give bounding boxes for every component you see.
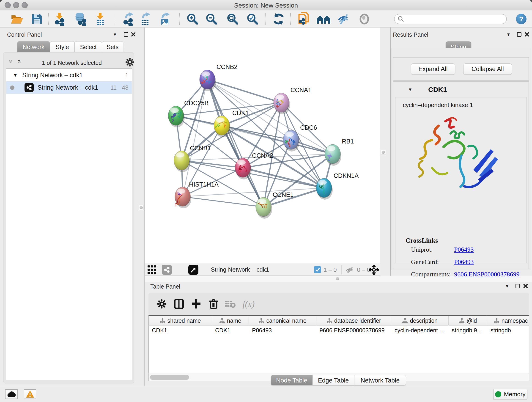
table-cell[interactable]: CDK1: [212, 326, 249, 335]
add-column-icon[interactable]: [187, 293, 205, 315]
tab-network-table[interactable]: Network Table: [354, 375, 406, 385]
left-splitter[interactable]: [138, 27, 145, 386]
pan-crosshair-icon[interactable]: [369, 265, 379, 275]
column-header-name[interactable]: name: [212, 316, 249, 325]
houses-icon[interactable]: [313, 11, 334, 27]
network-graph[interactable]: CCNB2CCNA1CDC25BCDK1CDC6RB1CCNB1CCNA2CDK…: [145, 27, 380, 264]
export-image-icon[interactable]: [155, 11, 176, 27]
zoom-in-icon[interactable]: [182, 11, 203, 27]
cloud-button[interactable]: [5, 389, 18, 399]
import-network-database-icon[interactable]: [70, 11, 91, 27]
float-panel-icon[interactable]: ▼: [113, 32, 117, 37]
first-neighbors-icon[interactable]: [293, 11, 315, 27]
import-network-file-icon[interactable]: [49, 11, 70, 27]
network-canvas[interactable]: CCNB2CCNA1CDC25BCDK1CDC6RB1CCNB1CCNA2CDK…: [145, 27, 380, 264]
zoom-fit-icon[interactable]: [222, 11, 243, 27]
close-panel-icon[interactable]: [523, 284, 528, 288]
birdseye-toggle-icon[interactable]: [147, 265, 157, 275]
hide-selected-eye-icon[interactable]: [333, 11, 355, 27]
show-columns-icon[interactable]: [170, 293, 188, 315]
table-cell[interactable]: P06493: [249, 326, 317, 335]
expand-all-button[interactable]: Expand All: [411, 64, 455, 75]
network-collection-row[interactable]: ▼ String Network – cdk1 1: [6, 69, 132, 81]
collapse-all-button[interactable]: Collapse All: [463, 64, 512, 75]
apply-layout-icon[interactable]: [268, 11, 289, 27]
help-icon[interactable]: ?: [516, 14, 526, 24]
open-in-window-icon[interactable]: [188, 265, 198, 275]
tab-sets[interactable]: Sets: [102, 41, 123, 52]
crosslink-link[interactable]: 9606.ENSP00000378699: [454, 271, 519, 278]
memory-label: Memory: [504, 391, 526, 398]
search-input[interactable]: [404, 16, 500, 22]
graph-edge[interactable]: [183, 80, 207, 197]
show-eye-disabled-icon[interactable]: [354, 11, 375, 27]
table-options-gear-icon[interactable]: [153, 293, 171, 315]
graph-node-rb1[interactable]: RB1: [325, 138, 354, 166]
export-table-icon[interactable]: [135, 11, 156, 27]
graph-edge[interactable]: [183, 197, 264, 207]
column-header-description[interactable]: description: [391, 316, 449, 325]
column-header-canonical-name[interactable]: canonical name: [249, 316, 317, 325]
tab-style[interactable]: Style: [50, 41, 75, 52]
float-panel-icon[interactable]: ▼: [506, 32, 511, 37]
tab-network[interactable]: Network: [17, 41, 50, 52]
expand-all-icon[interactable]: »: [15, 60, 22, 64]
graph-node-cdc25b[interactable]: CDC25B: [168, 100, 209, 128]
network-status-dot-icon: [10, 85, 14, 90]
gene-expander-icon[interactable]: ▼: [408, 87, 412, 92]
warnings-button[interactable]: [24, 389, 36, 399]
horizontal-splitter-handle[interactable]: [335, 276, 340, 281]
table-row[interactable]: CDK1CDK1P064939606.ENSP00000378699cyclin…: [149, 326, 529, 335]
float-panel-icon[interactable]: ▼: [505, 284, 509, 289]
network-options-gear-icon[interactable]: [126, 58, 134, 66]
table-cell[interactable]: 9606.ENSP00000378699: [317, 326, 391, 335]
table-panel: Table Panel ▼ f(x) shared namenamecanoni…: [145, 282, 532, 386]
network-type-badge-icon[interactable]: [162, 265, 172, 275]
maximize-panel-icon[interactable]: [515, 284, 520, 288]
table-cell[interactable]: CDK1: [149, 326, 212, 335]
collapse-all-icon[interactable]: »: [7, 60, 15, 64]
graph-node-ccnb1[interactable]: CCNB1: [174, 145, 211, 172]
node-table: shared namenamecanonical namedatabase id…: [148, 315, 529, 373]
column-type-icon: [402, 318, 408, 324]
scrollbar-thumb[interactable]: [150, 375, 189, 380]
left-splitter-handle[interactable]: [139, 205, 144, 210]
graph-node-ccna1[interactable]: CCNA1: [273, 87, 312, 114]
graph-node-cdkn1a[interactable]: CDKN1A: [316, 172, 359, 200]
right-splitter[interactable]: [380, 27, 391, 276]
table-cell[interactable]: stringdb: [487, 326, 529, 335]
graph-edge[interactable]: [207, 80, 333, 154]
save-session-icon[interactable]: [26, 11, 47, 27]
right-splitter-handle[interactable]: [381, 150, 386, 155]
column-header--id[interactable]: @id: [449, 316, 487, 325]
tab-select[interactable]: Select: [75, 41, 102, 52]
table-cell[interactable]: stringdb:9...: [449, 326, 487, 335]
tab-node-table[interactable]: Node Table: [271, 375, 312, 385]
zoom-out-icon[interactable]: [201, 11, 222, 27]
column-header-shared-name[interactable]: shared name: [149, 316, 212, 325]
delete-table-icon[interactable]: [222, 293, 239, 315]
crosslink-link[interactable]: P06493: [454, 258, 474, 266]
close-panel-icon[interactable]: [525, 32, 529, 37]
import-table-icon[interactable]: [89, 11, 111, 27]
close-panel-icon[interactable]: [131, 32, 136, 37]
zoom-selected-icon[interactable]: [242, 11, 263, 27]
graph-node-ccne1[interactable]: CCNE1: [256, 191, 294, 219]
function-builder-icon[interactable]: f(x): [240, 293, 257, 315]
crosslink-label: GeneCard:: [411, 258, 439, 265]
maximize-panel-icon[interactable]: [124, 32, 128, 37]
network-row[interactable]: String Network – cdk1 11 48: [6, 81, 132, 94]
column-header-namespac[interactable]: namespac: [487, 316, 529, 325]
tab-edge-table[interactable]: Edge Table: [312, 375, 354, 385]
collection-expander-icon[interactable]: ▼: [13, 72, 18, 78]
graph-edge[interactable]: [207, 80, 281, 103]
maximize-panel-icon[interactable]: [517, 32, 521, 37]
memory-button[interactable]: Memory: [493, 389, 527, 400]
table-cell[interactable]: cyclin-dependent ...: [391, 326, 449, 335]
column-header-database-identifier[interactable]: database identifier: [317, 316, 391, 325]
viewbar-separator: [341, 265, 342, 274]
crosslink-link[interactable]: P06493: [454, 246, 474, 253]
open-folder-icon[interactable]: [6, 11, 27, 27]
selected-checkbox-icon[interactable]: [314, 266, 321, 273]
delete-column-trash-icon[interactable]: [205, 293, 222, 315]
